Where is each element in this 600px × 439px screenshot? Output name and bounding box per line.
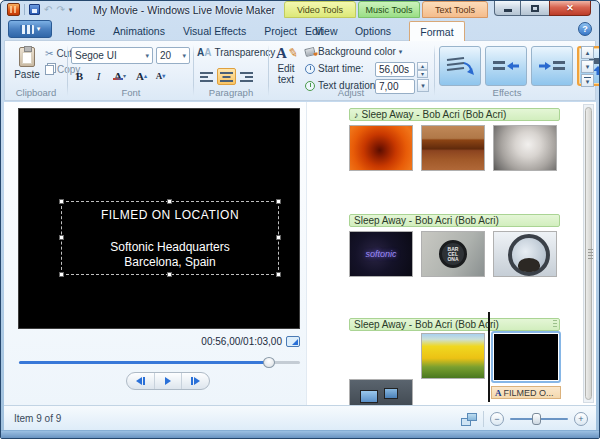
text-caption-label: FILMED O... <box>504 388 554 398</box>
ribbon-tab-row: ▾ Home Animations Visual Effects Project… <box>4 19 596 40</box>
tab-visual-effects[interactable]: Visual Effects <box>174 21 255 40</box>
application-menu-button[interactable]: ▾ <box>8 20 52 38</box>
cut-label: Cut <box>56 48 72 59</box>
transparency-label: Transparency <box>214 47 275 58</box>
storyboard-scrollbar[interactable] <box>583 104 594 403</box>
thumbnail-desert[interactable] <box>421 125 485 171</box>
contextual-header-text-tools[interactable]: Text Tools <box>422 1 488 18</box>
gallery-more-button[interactable]: ▾ <box>581 74 594 87</box>
font-buttons-row: B I A ▾ A▴ A▾ <box>71 67 169 84</box>
music-track-bar-3[interactable]: Sleep Away - Bob Acri (Bob Acri) <box>349 318 560 331</box>
play-button[interactable] <box>155 373 183 389</box>
tab-home[interactable]: Home <box>58 21 104 40</box>
tab-animations[interactable]: Animations <box>104 21 174 40</box>
zoom-out-button[interactable]: − <box>490 412 504 426</box>
font-family-combobox[interactable]: Segoe UI ▾ <box>71 47 153 64</box>
contextual-header-music-tools[interactable]: Music Tools <box>358 1 420 18</box>
caption-line-1: FILMED ON LOCATION <box>62 208 278 222</box>
appmenu-dropdown-icon: ▾ <box>37 25 41 33</box>
thumbnail-tulips[interactable] <box>421 333 485 379</box>
font-color-swatch <box>113 78 123 80</box>
effect-slide-right-button[interactable] <box>531 46 573 86</box>
undo-icon[interactable]: ↶ <box>44 4 52 15</box>
quick-access-toolbar: ↶ ↷ ▾ <box>7 3 72 16</box>
shrink-mark-icon: ▾ <box>162 72 165 79</box>
grow-font-button[interactable]: A▴ <box>133 67 150 84</box>
resize-handle[interactable] <box>167 272 172 277</box>
thumbnail-title-slide-selected[interactable] <box>494 334 558 380</box>
tab-format-active[interactable]: Format <box>409 21 465 41</box>
zoom-thumb[interactable] <box>532 413 541 425</box>
movie-maker-app-icon[interactable] <box>7 3 20 16</box>
seek-progress <box>19 361 269 364</box>
track-title-1: Sleep Away - Bob Acri (Bob Acri) <box>362 109 507 120</box>
gallery-scroll-up-button[interactable]: ▴ <box>581 46 594 59</box>
align-left-icon <box>200 71 214 83</box>
gallery-scroll-down-button[interactable]: ▾ <box>581 60 594 73</box>
adjust-group-label: Adjust <box>271 87 431 98</box>
thumbnail-barcelona-sign[interactable]: BARCELONA <box>421 231 485 277</box>
maximize-button[interactable] <box>521 1 549 16</box>
font-size-combobox[interactable]: 20 ▾ <box>156 47 190 64</box>
seek-thumb[interactable] <box>263 357 275 368</box>
music-track-bar-1[interactable]: ♪ Sleep Away - Bob Acri (Bob Acri) <box>349 108 560 121</box>
paste-button[interactable]: Paste <box>11 45 43 87</box>
contextual-header-video-tools[interactable]: Video Tools <box>284 1 356 18</box>
spin-down-icon[interactable]: ▾ <box>417 70 428 78</box>
effect-sweep-button[interactable] <box>439 46 481 86</box>
thumbnail-size-icon[interactable] <box>461 413 477 426</box>
tab-edit[interactable]: Edit <box>291 21 337 40</box>
align-center-button-selected[interactable] <box>217 68 236 85</box>
item-count: Item 9 of 9 <box>14 413 61 424</box>
resize-handle[interactable] <box>276 199 281 204</box>
tab-options[interactable]: Options <box>344 21 402 40</box>
pencil-icon: ✎ <box>287 45 299 61</box>
scrollbar-thumb[interactable] <box>585 107 592 400</box>
group-separator <box>268 45 269 96</box>
thumbnail-softonic-sign[interactable]: softonic <box>349 231 413 277</box>
minimize-button[interactable] <box>494 1 521 16</box>
thumbnail-flower[interactable] <box>349 125 413 171</box>
italic-button[interactable]: I <box>90 67 107 84</box>
previous-frame-button[interactable] <box>127 373 155 389</box>
preview-monitor[interactable]: FILMED ON LOCATION Softonic Headquarters… <box>18 108 300 329</box>
shrink-font-button[interactable]: A▾ <box>152 67 169 84</box>
playhead-indicator[interactable] <box>488 312 490 402</box>
resize-handle[interactable] <box>59 199 64 204</box>
start-time-spinner[interactable]: ▴ ▾ <box>417 62 428 78</box>
save-icon[interactable] <box>29 4 40 15</box>
thumbnail-round-window[interactable] <box>493 231 557 277</box>
zoom-in-button[interactable]: + <box>574 412 588 426</box>
background-color-button[interactable]: Background color ▾ <box>305 46 402 57</box>
bold-button[interactable]: B <box>71 67 88 84</box>
start-time-field[interactable]: 56,00s <box>375 62 415 77</box>
text-selection-box[interactable]: FILMED ON LOCATION Softonic Headquarters… <box>61 201 279 275</box>
resize-handle[interactable] <box>59 272 64 277</box>
font-family-value: Segoe UI <box>75 50 117 61</box>
align-right-button[interactable] <box>237 68 256 85</box>
resize-handle[interactable] <box>276 272 281 277</box>
redo-icon[interactable]: ↷ <box>56 4 64 15</box>
music-track-bar-2[interactable]: Sleep Away - Bob Acri (Bob Acri) <box>349 214 560 227</box>
effect-slide-left-button[interactable] <box>485 46 527 86</box>
transparency-button[interactable]: AA Transparency <box>197 47 275 58</box>
edit-text-button[interactable]: A ✎ Edit text <box>271 45 301 93</box>
next-frame-button[interactable] <box>182 373 209 389</box>
playback-controls <box>126 372 210 390</box>
content-area: FILMED ON LOCATION Softonic Headquarters… <box>4 102 596 405</box>
font-color-button[interactable]: A ▾ <box>109 67 131 84</box>
align-left-button[interactable] <box>197 68 216 85</box>
help-icon[interactable]: ? <box>578 22 592 36</box>
resize-handle[interactable] <box>167 199 172 204</box>
thumbnail-koala[interactable] <box>493 125 557 171</box>
clock-icon <box>305 64 315 74</box>
qat-dropdown-icon[interactable]: ▾ <box>69 6 73 14</box>
spin-up-icon[interactable]: ▴ <box>417 62 428 70</box>
paragraph-group-label: Paragraph <box>195 87 267 98</box>
paste-label: Paste <box>14 69 40 80</box>
zoom-slider[interactable] <box>510 412 568 426</box>
seek-bar[interactable] <box>19 357 300 368</box>
fullscreen-icon[interactable] <box>286 336 300 347</box>
close-button[interactable]: ✕ <box>549 1 591 16</box>
text-caption-chip[interactable]: A FILMED O... <box>491 386 561 399</box>
